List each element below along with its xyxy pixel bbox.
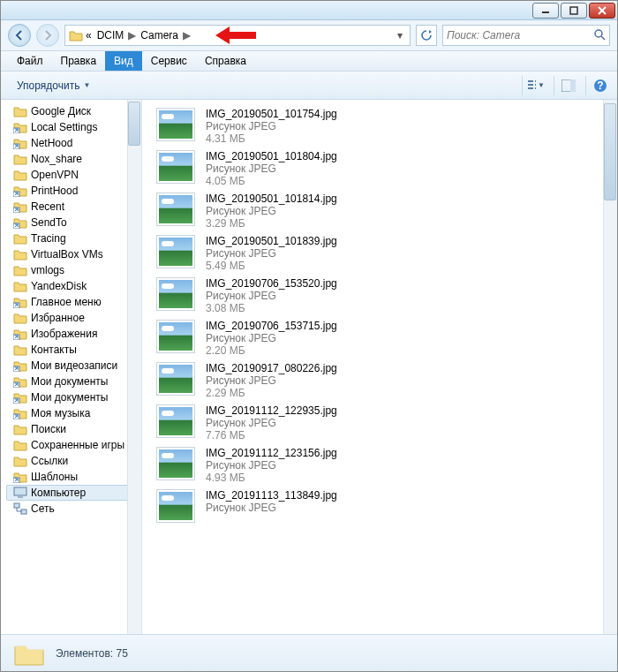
tree-item-label: Tracing [31,232,66,245]
tree-item[interactable]: Recent [6,199,141,215]
tree-item[interactable]: Избранное [6,310,141,326]
menu-view[interactable]: Вид [105,51,142,71]
menu-help[interactable]: Справка [196,51,255,71]
file-item[interactable]: IMG_20190501_101814.jpgРисунок JPEG3.29 … [156,190,599,232]
tree-item[interactable]: Сеть [6,501,141,517]
menu-tools[interactable]: Сервис [142,51,196,71]
file-type: Рисунок JPEG [206,459,337,472]
image-thumbnail [156,362,195,396]
file-list-pane[interactable]: IMG_20190501_101754.jpgРисунок JPEG4.31 … [142,100,617,634]
svg-rect-7 [528,84,533,86]
scrollbar-thumb[interactable] [128,102,140,146]
file-size: 3.29 МБ [206,217,337,230]
svg-point-4 [595,30,602,37]
file-item[interactable]: IMG_20191112_123156.jpgРисунок JPEG4.93 … [156,444,599,487]
content-scrollbar[interactable] [603,100,617,634]
svg-text:?: ? [597,79,603,92]
image-thumbnail [156,489,195,523]
file-item[interactable]: IMG_20190706_153520.jpgРисунок JPEG3.08 … [156,275,599,317]
tree-item[interactable]: YandexDisk [6,278,141,294]
tree-item-label: VirtualBox VMs [31,248,103,260]
tree-item[interactable]: Шаблоны [6,469,141,485]
breadcrumb-camera[interactable]: Camera [138,29,181,42]
tree-item-label: NetHood [31,137,72,149]
maximize-button[interactable] [561,3,587,19]
chevron-right-icon: ▶ [126,29,138,42]
menu-edit[interactable]: Правка [52,51,106,71]
file-type: Рисунок JPEG [206,120,337,132]
forward-button[interactable] [36,24,59,47]
folder-icon [69,29,83,42]
tree-item[interactable]: VirtualBox VMs [6,246,141,262]
tree-item[interactable]: OpenVPN [6,167,141,183]
tree-item[interactable]: vmlogs [6,262,141,278]
tree-item[interactable]: Ссылки [6,453,141,469]
search-input[interactable] [447,29,593,42]
search-box[interactable] [442,25,610,46]
file-item[interactable]: IMG_20190501_101839.jpgРисунок JPEG5.49 … [156,232,599,275]
svg-rect-28 [14,487,26,495]
tree-item[interactable]: Сохраненные игры [6,437,141,453]
tree-item[interactable]: SendTo [6,215,141,230]
tree-item-label: Компьютер [31,487,86,499]
organize-label: Упорядочить [17,79,79,92]
organize-button[interactable]: Упорядочить ▼ [10,77,97,94]
navigation-tree[interactable]: Google ДискLocal SettingsNetHoodNox_shar… [1,100,142,634]
refresh-button[interactable] [416,25,437,46]
tree-item[interactable]: Контакты [6,342,141,358]
view-options-button[interactable]: ▼ [522,76,545,95]
tree-item-label: Поиски [31,423,66,435]
file-item[interactable]: IMG_20191113_113849.jpgРисунок JPEG [156,487,599,525]
svg-rect-9 [535,80,536,82]
tree-scrollbar[interactable] [127,100,141,634]
image-thumbnail [156,235,195,268]
svg-rect-6 [528,80,533,82]
file-item[interactable]: IMG_20191112_122935.jpgРисунок JPEG7.76 … [156,402,599,444]
file-type: Рисунок JPEG [206,247,337,260]
tree-item[interactable]: Мои документы [6,374,141,389]
tree-item[interactable]: Local Settings [6,119,141,135]
tree-item[interactable]: Главное меню [6,294,141,310]
status-count: 75 [117,647,128,660]
minimize-button[interactable] [532,3,559,19]
tree-item[interactable]: Tracing [6,230,141,246]
tree-item[interactable]: Мои видеозаписи [6,358,141,374]
file-type: Рисунок JPEG [206,417,337,429]
menu-file[interactable]: Файл [8,51,52,71]
svg-rect-10 [535,84,536,86]
tree-item[interactable]: NetHood [6,135,141,151]
tree-item-label: Мои видеозаписи [31,359,117,372]
tree-item[interactable]: Моя музыка [6,405,141,421]
breadcrumb-lead[interactable]: « [83,29,94,42]
tree-item[interactable]: Google Диск [6,103,141,119]
file-item[interactable]: IMG_20190706_153715.jpgРисунок JPEG2.20 … [156,317,599,359]
file-item[interactable]: IMG_20190501_101754.jpgРисунок JPEG4.31 … [156,105,599,147]
address-bar[interactable]: « DCIM ▶ Camera ▶ ▾ [64,25,411,46]
file-type: Рисунок JPEG [206,290,337,302]
close-button[interactable] [589,3,615,19]
file-item[interactable]: IMG_20190917_080226.jpgРисунок JPEG2.29 … [156,359,599,402]
file-size: 4.05 МБ [206,175,337,187]
tree-item[interactable]: PrintHood [6,183,141,199]
scrollbar-thumb[interactable] [604,103,616,200]
tree-item-label: Nox_share [31,153,82,165]
breadcrumb-dcim[interactable]: DCIM [94,29,127,42]
tree-item[interactable]: Nox_share [6,151,141,167]
tree-item[interactable]: Компьютер [6,485,141,501]
svg-rect-1 [570,7,577,14]
preview-pane-button[interactable] [554,76,577,95]
file-size: 2.29 МБ [206,387,337,399]
help-button[interactable]: ? [585,76,608,95]
file-type: Рисунок JPEG [206,162,337,175]
tree-item[interactable]: Изображения [6,326,141,342]
address-history-dropdown[interactable]: ▾ [394,29,406,42]
tree-item[interactable]: Поиски [6,421,141,437]
tree-item[interactable]: Мои документы [6,389,141,405]
back-button[interactable] [8,24,31,47]
tree-item-label: Ссылки [31,455,68,467]
file-item[interactable]: IMG_20190501_101804.jpgРисунок JPEG4.05 … [156,147,599,190]
search-icon[interactable] [593,28,606,43]
tree-item-label: Шаблоны [31,471,78,483]
file-size: 4.31 МБ [206,132,337,145]
address-row: « DCIM ▶ Camera ▶ ▾ [1,20,617,50]
